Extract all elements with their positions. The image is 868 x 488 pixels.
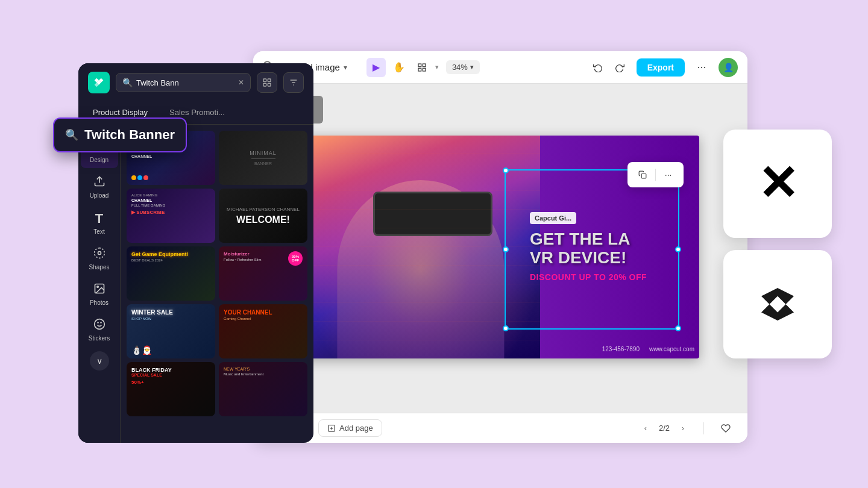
editor-footer: Add page ‹ 2/2 ›: [253, 413, 747, 443]
canvas-footer: 123-456-7890 www.capcut.com: [602, 346, 694, 352]
editor-header: Untitled image ▾ ▶ ✋ ▾ 34% ▾: [253, 51, 747, 84]
chevron-down-icon: ∨: [96, 356, 102, 366]
redo-button[interactable]: [610, 58, 629, 77]
sidebar-item-upload[interactable]: Upload: [81, 170, 118, 204]
canvas-website: www.capcut.com: [649, 346, 694, 352]
cursor-tool-button[interactable]: ▶: [366, 58, 386, 77]
user-avatar[interactable]: 👤: [719, 58, 738, 77]
headline-line1: GET THE LA: [530, 230, 630, 248]
footer-settings-button[interactable]: [716, 419, 735, 438]
template-scroll: CAPCUT GAMING CHANNEL MINIMAL: [121, 125, 313, 438]
sidebar-item-text[interactable]: T Text: [81, 206, 118, 240]
sidebar-label-photos: Photos: [90, 299, 108, 306]
add-page-button[interactable]: Add page: [318, 419, 382, 437]
svg-rect-16: [418, 68, 421, 71]
canvas[interactable]: Capcut Gi... GET THE LA VR DEVICE! DISCO…: [301, 136, 699, 358]
zoom-chevron-icon: ▾: [470, 63, 474, 71]
header-tools: ▶ ✋ ▾: [366, 58, 439, 77]
more-options-button[interactable]: ···: [692, 58, 711, 77]
search-tooltip-icon: 🔍: [65, 128, 78, 142]
sidebar-item-shapes[interactable]: Shapes: [81, 242, 118, 275]
sidebar-item-stickers[interactable]: Stickers: [81, 313, 118, 346]
search-tooltip: 🔍 Twitch Banner: [53, 117, 187, 152]
template-card[interactable]: New Year's Music and Entertainment: [219, 362, 307, 416]
upload-icon: [93, 175, 105, 190]
sidebar-icons: ✦ Design Upload T Text: [78, 130, 121, 443]
capcut-logo-card: [723, 250, 832, 358]
template-card[interactable]: BLACK FRIDAY SPECIAL SALE 50%+: [127, 362, 215, 416]
canvas-phone: 123-456-7890: [602, 346, 640, 352]
shapes-icon: [93, 247, 105, 262]
svg-rect-18: [641, 174, 646, 179]
zoom-control[interactable]: 34% ▾: [446, 60, 480, 74]
sidebar-label-design: Design: [90, 157, 108, 163]
context-more-button[interactable]: ···: [659, 166, 678, 184]
template-card[interactable]: MINIMAL BANNER: [219, 131, 307, 185]
context-divider: [655, 169, 656, 181]
right-cards: ✕: [723, 130, 832, 358]
context-copy-button[interactable]: [634, 166, 652, 184]
layout-chevron-icon: ▾: [435, 63, 439, 71]
svg-rect-3: [268, 83, 271, 86]
sidebar-label-stickers: Stickers: [89, 335, 110, 342]
svg-rect-2: [263, 83, 266, 86]
x-logo-icon: ✕: [758, 160, 798, 208]
next-page-button[interactable]: ›: [675, 420, 691, 437]
sidebar-more-button[interactable]: ∨: [90, 351, 109, 371]
text-icon: T: [95, 211, 103, 227]
template-card[interactable]: Moisturizer Follow • Refresher Slim 30%O…: [219, 246, 307, 301]
clear-search-button[interactable]: ✕: [238, 78, 244, 87]
scan-icon-button[interactable]: [257, 72, 277, 93]
photos-icon: [93, 283, 105, 298]
editor-content: Free: [253, 84, 747, 413]
sidebar-label-shapes: Shapes: [89, 264, 110, 271]
svg-rect-17: [423, 68, 426, 71]
page-indicator: 2/2: [659, 424, 670, 433]
export-button[interactable]: Export: [637, 58, 685, 77]
undo-button[interactable]: [588, 58, 608, 77]
canvas-image: [301, 136, 540, 358]
canvas-brand: Capcut Gi...: [530, 212, 576, 224]
template-card[interactable]: YOUR CHANNEL Gaming Channel: [219, 304, 307, 358]
hand-tool-button[interactable]: ✋: [389, 58, 409, 77]
svg-rect-0: [263, 79, 266, 82]
search-input[interactable]: [136, 78, 234, 87]
svg-rect-1: [268, 79, 271, 82]
svg-rect-15: [423, 64, 426, 67]
sidebar-label-upload: Upload: [90, 192, 109, 199]
context-menu: ···: [627, 162, 684, 187]
zoom-value: 34%: [452, 63, 468, 72]
svg-point-11: [94, 319, 104, 330]
sidebar-item-photos[interactable]: Photos: [81, 278, 118, 311]
search-tooltip-text: Twitch Banner: [84, 127, 175, 143]
template-card[interactable]: Get Game Equipment! BEST DEALS 2024: [127, 246, 215, 301]
search-bar[interactable]: 🔍 ✕: [116, 73, 251, 92]
stickers-icon: [93, 318, 105, 333]
prev-page-button[interactable]: ‹: [637, 420, 654, 437]
template-card[interactable]: WINTER SALE SHOP NOW ⛄🎅: [127, 304, 215, 358]
undo-redo-controls: [588, 58, 629, 77]
svg-rect-14: [418, 64, 421, 67]
filter-icon-button[interactable]: [283, 72, 304, 93]
title-chevron-icon: ▾: [344, 63, 347, 72]
template-card[interactable]: ALICE GAMING CHANNEL FULL TIME GAMING ▶ …: [127, 189, 215, 243]
footer-divider: [703, 422, 704, 434]
add-page-label: Add page: [339, 424, 373, 433]
search-icon: 🔍: [122, 78, 133, 87]
capcut-logo-icon: [723, 250, 832, 358]
canvas-discount: DISCOUNT UP TO 20% OFF: [530, 272, 690, 282]
page-navigation: ‹ 2/2 ›: [637, 420, 691, 437]
headline-line2: VR DEVICE!: [530, 248, 626, 267]
app-logo: [88, 72, 110, 93]
layout-tool-button[interactable]: [412, 58, 432, 77]
template-card[interactable]: MICHAEL PATERSON CHANNEL WELCOME!: [219, 189, 307, 243]
svg-point-10: [96, 286, 98, 288]
sidebar-label-text: Text: [93, 228, 104, 235]
svg-point-8: [98, 252, 101, 255]
x-logo-card: ✕: [723, 130, 832, 238]
canvas-headline: GET THE LA VR DEVICE!: [530, 230, 690, 267]
